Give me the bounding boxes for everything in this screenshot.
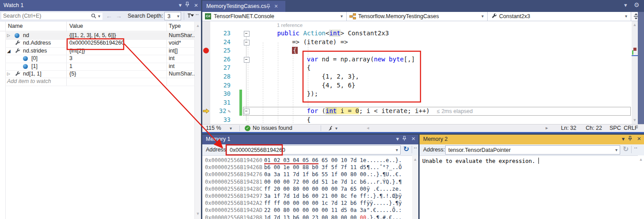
line-number[interactable]: 33 (210, 116, 231, 125)
line-number[interactable]: 28 (210, 72, 231, 81)
scroll-up-icon[interactable]: ▲ (638, 157, 644, 162)
window-menu-icon[interactable]: ▾ (394, 135, 401, 143)
chevron-down-icon[interactable]: ▾ (481, 14, 484, 19)
watch-value[interactable]: 1 (69, 63, 72, 69)
code-line[interactable]: 31 (202, 98, 632, 107)
watch-row[interactable]: [0]3int (5, 55, 195, 63)
toolbar-overflow[interactable]: .. (414, 144, 417, 149)
tab-memorytestingcases[interactable]: MemoryTestingCases.cs × (202, 1, 285, 12)
refresh-icon[interactable]: ↻ (403, 145, 409, 153)
code-line[interactable]: 33 { (202, 116, 632, 125)
code-line[interactable]: 30 }); (202, 90, 632, 98)
search-icon[interactable]: ▾ (90, 13, 102, 20)
watch-scrollbar[interactable]: ▲ ▼ (195, 22, 201, 219)
watch-row[interactable]: ◢nd.strides{int[2]}int[] (5, 47, 195, 55)
refresh-icon[interactable]: ↻ (623, 145, 629, 153)
line-number[interactable]: 25 (210, 46, 231, 55)
editor-window-menu-icon[interactable]: ▾ (624, 2, 627, 8)
code-line[interactable]: 26 var nd = np.array(new byte[,] (202, 55, 632, 64)
window-menu-icon[interactable]: ▾ (620, 135, 627, 143)
add-watch-item[interactable]: Add item to watch (7, 78, 51, 84)
line-number[interactable]: 30 (210, 90, 231, 98)
scroll-down-icon[interactable]: ▼ (632, 118, 638, 122)
memory1-scrollbar[interactable]: ▲ (412, 155, 418, 219)
scroll-up-icon[interactable]: ▲ (632, 23, 638, 27)
memory-address: 0x000002556B1942B8 (205, 214, 262, 219)
code-surface[interactable]: 1 reference 23 public Action<int> Consta… (202, 21, 632, 124)
pin-icon[interactable] (402, 136, 409, 143)
filter-watch-icon[interactable] (187, 12, 194, 19)
nav-combo-label: Tensorflow.MemoryTestingCases (358, 13, 439, 19)
watch-row[interactable]: Add item to watch (5, 78, 195, 86)
line-number[interactable]: 23 (210, 29, 231, 38)
memory2-scrollbar[interactable]: ▲ (638, 155, 644, 219)
scroll-up-icon[interactable]: ▲ (195, 23, 201, 28)
line-number[interactable]: 24 (210, 38, 231, 47)
chevron-down-icon[interactable]: ▾ (230, 126, 232, 131)
watch-value[interactable]: 3 (69, 55, 72, 61)
broom-icon[interactable] (328, 125, 334, 132)
watch-row[interactable]: nd.Address0x000002556b194260void* (5, 39, 195, 47)
address-combo[interactable]: tensor.TensorDataPointer ▾ (445, 145, 620, 155)
address-combo[interactable]: 0x000002556B194260 ▾ (227, 145, 401, 155)
watch-row[interactable]: [1]1int (5, 63, 195, 71)
code-line[interactable]: 28 {1, 2, 3}, (202, 72, 632, 81)
zoom-select[interactable]: 115 % (206, 125, 221, 131)
nav-combo-3[interactable]: Constant2x3▾ (488, 12, 631, 21)
line-number[interactable]: 31 (210, 98, 231, 107)
memory2-message[interactable]: Unable to evaluate the expression. (422, 158, 539, 164)
close-icon[interactable]: × (410, 135, 417, 143)
scroll-up-icon[interactable]: ▲ (412, 157, 418, 162)
pin-icon[interactable] (628, 136, 635, 143)
expander-collapsed-icon[interactable]: ▷ (7, 72, 10, 76)
health-check-icon[interactable]: ✓ (245, 125, 250, 131)
health-text[interactable]: No issues found (253, 125, 292, 131)
code-line[interactable]: 24 => (iterate) => (202, 38, 632, 47)
toolbar-overflow[interactable]: .. (196, 11, 199, 16)
search-input[interactable] (1, 12, 91, 19)
memory-hex-view[interactable]: 0x000002556B19426001 02 03 04 05 06 65 0… (202, 155, 412, 219)
watch-value[interactable]: {5} (69, 71, 76, 77)
watch-type: int (169, 55, 174, 61)
search-depth-combo[interactable]: 3 ▾ (164, 12, 181, 20)
breakpoint-icon[interactable] (203, 48, 209, 53)
memory1-titlebar: Memory 1 ▾ × (202, 135, 418, 144)
watch-value[interactable]: {int[2]} (69, 48, 85, 54)
expander-collapsed-icon[interactable]: ▷ (7, 33, 10, 38)
chevron-down-icon[interactable]: ▾ (341, 14, 343, 19)
line-number[interactable]: 26 (210, 55, 231, 64)
tab-pin-icon[interactable] (266, 4, 271, 9)
code-line[interactable]: 23 public Action<int> Constant2x3 (202, 29, 632, 38)
watch-row[interactable]: ▷nd{[[1, 2, 3], [4, 5, 6]]}NumShar... (5, 32, 195, 40)
window-menu-icon[interactable]: ▾ (177, 1, 184, 9)
gear-icon[interactable]: ⚙ (634, 1, 640, 8)
forward-icon[interactable]: → (116, 12, 122, 19)
line-number[interactable]: 29 (210, 81, 231, 90)
nav-combo-2[interactable]: Tensorflow.MemoryTestingCases▾ (347, 12, 488, 21)
code-line[interactable]: 25 { (202, 46, 632, 55)
line-number[interactable]: 27 (210, 64, 231, 72)
line-number[interactable]: 32✎ (210, 107, 231, 116)
editor-scrollbar[interactable]: ▲ ▼ (632, 21, 638, 124)
chevron-down-icon[interactable]: ▾ (335, 126, 337, 131)
col-name[interactable]: Name (8, 23, 23, 29)
scroll-left-icon[interactable]: ◄ (365, 126, 371, 130)
back-icon[interactable]: ← (106, 12, 112, 19)
close-icon[interactable]: × (193, 1, 200, 9)
watch-value[interactable]: {[[1, 2, 3], [4, 5, 6]]} (69, 32, 116, 38)
nav-combo-1[interactable]: C#TensorFlowNET.Console▾ (202, 12, 347, 21)
scroll-right-icon[interactable]: ► (544, 126, 550, 130)
code-line[interactable]: 29 {4, 5, 6} (202, 81, 632, 90)
expander-expanded-icon[interactable]: ◢ (7, 49, 11, 53)
close-icon[interactable]: × (636, 135, 643, 143)
tab-close-icon[interactable]: × (274, 3, 278, 10)
pin-icon[interactable] (185, 1, 192, 9)
col-type[interactable]: Type (169, 23, 181, 29)
col-value[interactable]: Value (69, 23, 83, 29)
chevron-down-icon[interactable]: ▾ (625, 14, 627, 19)
watch-row[interactable]: ▷nd[1, 1]{5}NumShar... (5, 70, 195, 78)
toolbar-overflow[interactable]: .. (634, 144, 638, 149)
code-line[interactable]: 27 { (202, 64, 632, 72)
scroll-down-icon[interactable]: ▼ (195, 211, 201, 216)
watch-value[interactable]: 0x000002556b194260 (69, 40, 124, 46)
